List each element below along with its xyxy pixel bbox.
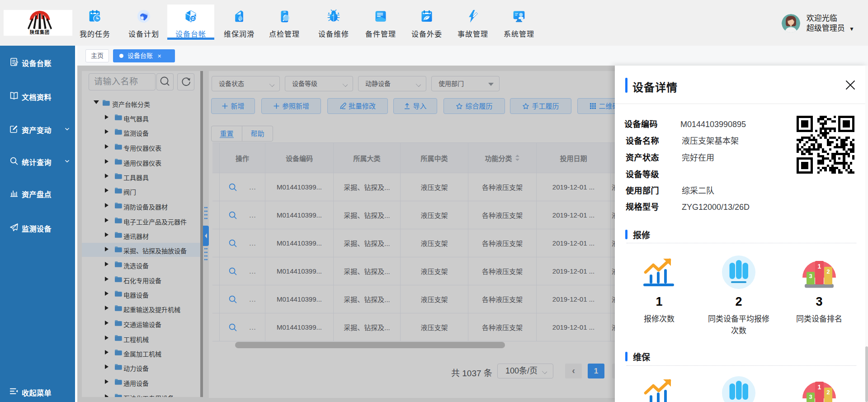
svg-text:1: 1 (818, 383, 821, 391)
svg-text:2: 2 (826, 389, 830, 396)
svg-text:陕煤集团: 陕煤集团 (30, 29, 50, 35)
svg-text:3: 3 (809, 273, 812, 279)
svg-text:2: 2 (826, 268, 830, 275)
svg-text:3: 3 (809, 393, 812, 400)
svg-text:1: 1 (818, 263, 821, 270)
